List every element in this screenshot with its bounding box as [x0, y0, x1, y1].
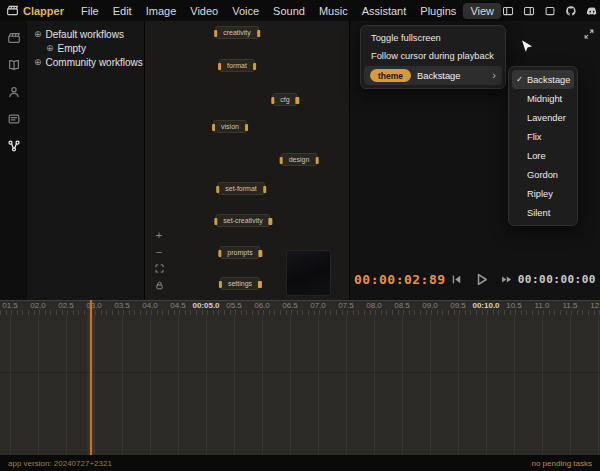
window-controls [502, 5, 600, 17]
assistant-icon[interactable] [7, 85, 21, 99]
skip-back-icon[interactable] [450, 273, 463, 286]
gridline [486, 315, 487, 455]
theme-option-label: Lore [527, 151, 546, 161]
tick-label: 00:10.0 [472, 301, 499, 310]
gridline [178, 315, 179, 455]
plus-circle-icon: ⊕ [46, 44, 54, 53]
node-cfg[interactable]: cfg [272, 93, 297, 106]
node-settings[interactable]: settings [220, 277, 260, 290]
theme-option-label: Gordon [527, 170, 558, 180]
theme-option-lavender[interactable]: Lavender [512, 108, 574, 127]
timeline[interactable]: 01.502.002.503.003.504.004.500:05.005.50… [0, 300, 600, 455]
status-bar: app version: 20240727+2321 no pending ta… [0, 455, 600, 471]
tree-item-default-workflows[interactable]: ⊕Default workflows [27, 27, 144, 41]
theme-badge: theme [370, 69, 411, 82]
tree-item-empty[interactable]: ⊕Empty [27, 41, 144, 55]
theme-menu-item[interactable]: theme Backstage › [364, 66, 502, 85]
transport-controls [450, 271, 513, 288]
plus-circle-icon: ⊕ [34, 58, 42, 67]
node-creativity[interactable]: creativity [215, 26, 259, 39]
tick-label: 04.0 [142, 301, 158, 310]
menu-sound[interactable]: Sound [266, 3, 312, 19]
menu-edit[interactable]: Edit [106, 3, 139, 19]
theme-option-flix[interactable]: Flix [512, 127, 574, 146]
app-brand: Clapper [23, 5, 64, 17]
menu-assistant[interactable]: Assistant [355, 3, 414, 19]
view-menu-follow-cursor-during-playback[interactable]: Follow cursor during playback [364, 47, 502, 65]
gridline [122, 315, 123, 455]
menu-view[interactable]: View [463, 3, 501, 19]
pending-tasks-text: no pending tasks [532, 459, 593, 468]
clapperboard-icon[interactable] [7, 31, 21, 45]
tick-label: 11.5 [563, 301, 578, 310]
node-canvas[interactable]: +− creativityformatcfgvisiondesignset-fo… [145, 21, 350, 300]
fit-view-icon[interactable] [153, 263, 165, 275]
expand-icon[interactable] [583, 28, 595, 40]
gridline [66, 315, 67, 455]
clapper-logo-icon [6, 4, 19, 17]
menu-file[interactable]: File [74, 3, 106, 19]
tick-label: 06.5 [282, 301, 298, 310]
menu-plugins[interactable]: Plugins [413, 3, 463, 19]
node-set-format[interactable]: set-format [217, 182, 265, 195]
node-design[interactable]: design [281, 153, 318, 166]
node-vision[interactable]: vision [213, 120, 247, 133]
zoom-out-icon[interactable]: − [153, 246, 165, 258]
gridline [458, 315, 459, 455]
theme-option-ripley[interactable]: Ripley [512, 184, 574, 203]
theme-option-backstage[interactable]: ✓Backstage [512, 70, 574, 89]
theme-option-gordon[interactable]: Gordon [512, 165, 574, 184]
gridline [38, 315, 39, 455]
mouse-cursor-icon [520, 38, 534, 58]
theme-submenu: ✓BackstageMidnightLavenderFlixLoreGordon… [508, 66, 578, 226]
node-prompts[interactable]: prompts [219, 246, 260, 259]
current-timecode: 00:00:02:89 [354, 272, 446, 287]
layout-bottom-icon[interactable] [523, 5, 535, 17]
tick-label: 09.5 [450, 301, 466, 310]
tick-label: 02.5 [58, 301, 74, 310]
theme-option-midnight[interactable]: Midnight [512, 89, 574, 108]
gridline [542, 315, 543, 455]
theme-option-label: Silent [527, 208, 550, 218]
node-set-creativity[interactable]: set-creativity [215, 214, 270, 227]
fast-forward-icon[interactable] [500, 273, 513, 286]
menu-voice[interactable]: Voice [225, 3, 266, 19]
tick-label: 08.0 [366, 301, 382, 310]
view-menu-items: Toggle fullscreenFollow cursor during pl… [364, 29, 502, 65]
window-icon[interactable] [544, 5, 556, 17]
play-icon[interactable] [473, 271, 490, 288]
discord-icon[interactable] [586, 5, 598, 17]
menu-items: FileEditImageVideoVoiceSoundMusicAssista… [74, 3, 501, 19]
playhead[interactable] [90, 300, 92, 455]
menu-music[interactable]: Music [312, 3, 355, 19]
left-rail [0, 21, 27, 300]
tick-label: 03.5 [114, 301, 130, 310]
chevron-right-icon: › [492, 71, 496, 80]
view-menu-toggle-fullscreen[interactable]: Toggle fullscreen [364, 29, 502, 47]
preview-thumbnail[interactable] [286, 250, 331, 296]
tree-item-community-workflows[interactable]: ⊕Community workflows [27, 55, 144, 69]
workflows-tree: ⊕Default workflows⊕Empty⊕Community workf… [27, 27, 144, 69]
node-format[interactable]: format [219, 59, 255, 72]
tick-label: 05.5 [226, 301, 242, 310]
tick-label: 12.0 [590, 301, 600, 310]
theme-option-silent[interactable]: Silent [512, 203, 574, 222]
gridline [570, 315, 571, 455]
tick-label: 02.0 [30, 301, 46, 310]
menu-image[interactable]: Image [139, 3, 184, 19]
gridline [150, 315, 151, 455]
lock-icon[interactable] [153, 280, 165, 292]
book-icon[interactable] [7, 58, 21, 72]
menu-video[interactable]: Video [183, 3, 225, 19]
github-icon[interactable] [565, 5, 577, 17]
layout-left-icon[interactable] [502, 5, 514, 17]
tick-label: 03.0 [86, 301, 102, 310]
app-version-text: app version: 20240727+2321 [8, 459, 112, 468]
zoom-in-icon[interactable]: + [153, 229, 165, 241]
gridline [234, 315, 235, 455]
gridline [402, 315, 403, 455]
tick-label: 04.5 [170, 301, 186, 310]
theme-option-lore[interactable]: Lore [512, 146, 574, 165]
notes-icon[interactable] [7, 112, 21, 126]
workflow-icon[interactable] [7, 139, 21, 153]
